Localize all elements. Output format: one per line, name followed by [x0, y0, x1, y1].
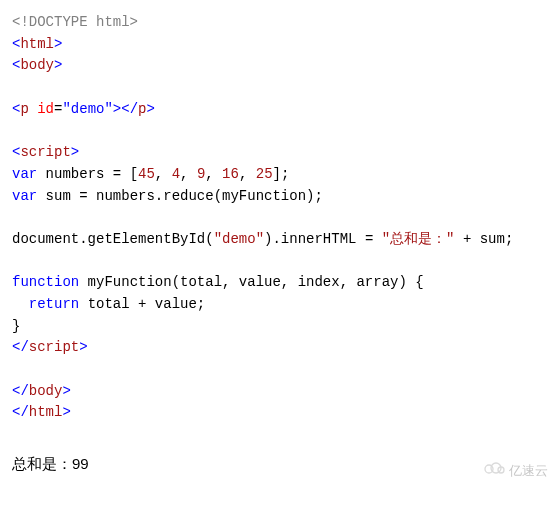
code-text: ]; — [273, 166, 290, 182]
keyword-var: var — [12, 166, 37, 182]
number-literal: 16 — [222, 166, 239, 182]
watermark-text: 亿速云 — [509, 461, 548, 481]
doctype-line: <!DOCTYPE html> — [12, 14, 138, 30]
tag-open: </ — [121, 101, 138, 117]
string-literal: "总和是：" — [382, 231, 455, 247]
code-text: + sum; — [455, 231, 514, 247]
tag-close: > — [71, 144, 79, 160]
code-text: total + value; — [79, 296, 205, 312]
cloud-icon — [483, 461, 505, 481]
code-text: sum = numbers.reduce(myFunction); — [37, 188, 323, 204]
tag-name: script — [29, 339, 79, 355]
indent — [12, 296, 29, 312]
tag-name: body — [20, 57, 54, 73]
keyword-var: var — [12, 188, 37, 204]
keyword-return: return — [29, 296, 79, 312]
number-literal: 45 — [138, 166, 155, 182]
watermark: 亿速云 — [483, 461, 548, 481]
tag-close: > — [54, 57, 62, 73]
attr-name: id — [37, 101, 54, 117]
punct: , — [155, 166, 172, 182]
code-text: document.getElementById( — [12, 231, 214, 247]
tag-close: > — [113, 101, 121, 117]
output-text: 总和是：99 — [12, 452, 546, 475]
tag-close: > — [146, 101, 154, 117]
tag-open: </ — [12, 383, 29, 399]
number-literal: 4 — [172, 166, 180, 182]
tag-close: > — [62, 383, 70, 399]
code-text: myFunction(total, value, index, array) { — [79, 274, 423, 290]
tag-name: p — [20, 101, 28, 117]
punct: , — [239, 166, 256, 182]
punct: , — [180, 166, 197, 182]
space — [29, 101, 37, 117]
code-block: <!DOCTYPE html> <html> <body> <p id="dem… — [12, 12, 546, 424]
tag-close: > — [79, 339, 87, 355]
code-text: numbers = [ — [37, 166, 138, 182]
code-text: } — [12, 318, 20, 334]
keyword-function: function — [12, 274, 79, 290]
attr-value: "demo" — [62, 101, 112, 117]
tag-open: </ — [12, 404, 29, 420]
tag-name: body — [29, 383, 63, 399]
string-literal: "demo" — [214, 231, 264, 247]
tag-name: html — [20, 36, 54, 52]
tag-name: script — [20, 144, 70, 160]
tag-close: > — [54, 36, 62, 52]
tag-name: html — [29, 404, 63, 420]
punct: , — [205, 166, 222, 182]
tag-close: > — [62, 404, 70, 420]
code-text: ).innerHTML = — [264, 231, 382, 247]
number-literal: 25 — [256, 166, 273, 182]
tag-open: </ — [12, 339, 29, 355]
